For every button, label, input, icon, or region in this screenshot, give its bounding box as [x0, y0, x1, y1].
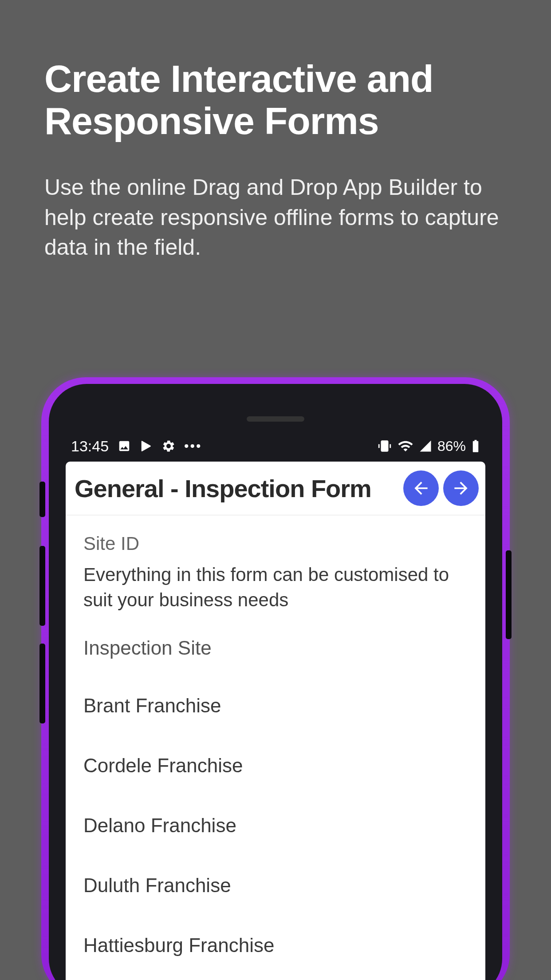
settings-icon: [162, 439, 175, 453]
promo-subtitle: Use the online Drag and Drop App Builder…: [0, 142, 551, 263]
image-icon: [118, 439, 131, 453]
wifi-icon: [398, 438, 413, 454]
nav-prev-button[interactable]: [403, 470, 439, 506]
vibrate-icon: [377, 439, 392, 454]
nav-next-button[interactable]: [443, 470, 479, 506]
phone-volume-down: [39, 644, 45, 723]
list-item[interactable]: Hattiesburg Franchise: [83, 921, 468, 970]
more-icon: •••: [184, 439, 202, 454]
battery-percent: 86%: [437, 438, 466, 454]
phone-power-button: [506, 550, 512, 639]
play-store-icon: [140, 439, 153, 453]
phone-side-button: [39, 482, 45, 517]
signal-icon: [419, 439, 432, 453]
promo-title: Create Interactive and Responsive Forms: [0, 0, 551, 142]
status-bar: 13:45 ••• 86%: [71, 435, 480, 457]
list-item[interactable]: Brant Franchise: [83, 681, 468, 730]
site-id-label: Site ID: [83, 533, 468, 554]
list-item[interactable]: Duluth Franchise: [83, 861, 468, 910]
app-screen: General - Inspection Form Site ID Everyt…: [66, 462, 485, 980]
form-content: Site ID Everything in this form can be c…: [66, 515, 485, 980]
phone-body: 13:45 ••• 86%: [49, 384, 502, 980]
phone-speaker: [247, 416, 304, 422]
screen-title: General - Inspection Form: [75, 474, 371, 503]
form-description: Everything in this form can be customise…: [83, 562, 468, 612]
status-time: 13:45: [71, 438, 109, 455]
list-item[interactable]: Delano Franchise: [83, 801, 468, 850]
inspection-site-label: Inspection Site: [83, 637, 468, 659]
battery-icon: [471, 439, 480, 453]
phone-volume-up: [39, 546, 45, 626]
list-item[interactable]: Cordele Franchise: [83, 741, 468, 790]
screen-header: General - Inspection Form: [66, 462, 485, 515]
